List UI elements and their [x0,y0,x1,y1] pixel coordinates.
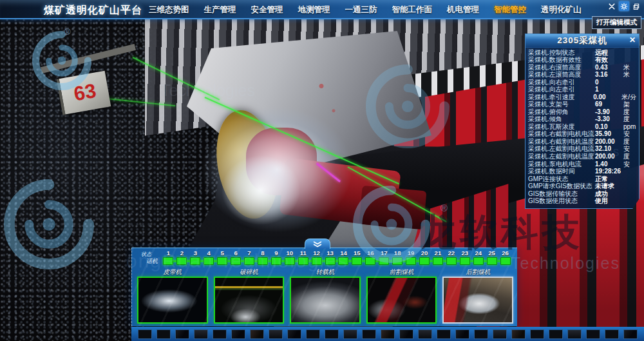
chevron-double-down-icon [312,241,323,248]
unit-19[interactable]: 19 [404,249,418,268]
unit-status-led [379,257,389,265]
filmstrip-tile[interactable] [455,329,469,339]
unit-16[interactable]: 16 [364,249,377,268]
filmstrip-tile[interactable] [511,329,526,339]
nav-item-5[interactable]: 一通三防 [345,5,377,15]
unit-23[interactable]: 23 [458,249,471,268]
telemetry-label: 采煤机.向右牵引 [528,79,595,86]
filmstrip-tile[interactable] [623,329,638,339]
unit-22[interactable]: 22 [444,249,458,268]
unit-11[interactable]: 11 [296,249,310,268]
unit-number: 10 [286,249,293,257]
filmstrip-tile[interactable] [250,329,264,339]
unit-17[interactable]: 17 [377,249,391,268]
nav-item-1[interactable]: 三维态势图 [149,5,189,15]
unit-7[interactable]: 7 [243,249,256,268]
telemetry-row: 采煤机.右截割电机温度200.00度 [528,139,636,145]
camera-thumbnail[interactable] [442,277,513,324]
filmstrip-tile[interactable] [138,329,152,339]
camera-filmstrip[interactable] [131,327,644,341]
telemetry-value: 成功 [595,191,623,197]
unit-13[interactable]: 13 [323,249,337,268]
unit-10[interactable]: 10 [283,249,296,268]
telemetry-row: 采煤机.倾角-3.30度 [528,116,636,122]
filmstrip-tile[interactable] [325,329,339,339]
filmstrip-tile[interactable] [231,329,245,339]
camera-thumbnail[interactable] [290,277,361,324]
unit-12[interactable]: 12 [310,249,323,268]
nav-item-6[interactable]: 智能工作面 [392,5,433,15]
filmstrip-tile[interactable] [586,329,600,339]
nav-item-7[interactable]: 机电管理 [447,5,479,15]
unit-18[interactable]: 18 [391,249,404,268]
telemetry-row: 采煤机.支架号69架 [528,101,636,108]
tools-icon[interactable] [607,1,617,11]
nav-item-8[interactable]: 智能管控 [494,5,526,15]
telemetry-value: 1.40 [595,161,623,168]
filmstrip-tile[interactable] [306,329,320,339]
unit-21[interactable]: 21 [431,249,444,268]
unit-3[interactable]: 3 [189,249,202,268]
filmstrip-tile[interactable] [399,329,413,339]
telemetry-unit: 度 [623,116,636,122]
filmstrip-tile[interactable] [194,329,208,339]
unit-4[interactable]: 4 [202,249,216,268]
filmstrip-tile[interactable] [605,329,619,339]
filmstrip-tile[interactable] [493,329,507,339]
filmstrip-tile[interactable] [213,329,227,339]
telemetry-row: 采煤机.瓦斯浓度0.10ppm [528,124,636,130]
unit-25[interactable]: 25 [485,249,498,268]
telemetry-value: -3.90 [595,109,623,115]
unit-number: 7 [247,249,251,257]
filmstrip-tile[interactable] [418,329,432,339]
unit-8[interactable]: 8 [256,249,269,268]
unit-indicator-strip: 1234567891011121314151617181920212223242… [162,249,512,268]
nav-item-4[interactable]: 地测管理 [298,5,330,15]
filmstrip-tile[interactable] [381,329,395,339]
gear-icon[interactable] [619,1,629,11]
collapse-panel-button[interactable] [305,239,330,249]
open-edit-mode-button[interactable]: 打开编辑模式 [592,16,641,29]
filmstrip-tile[interactable] [474,329,488,339]
filmstrip-tile[interactable] [362,329,376,339]
filmstrip-tile[interactable] [269,329,283,339]
nav-item-3[interactable]: 安全管理 [251,5,283,15]
telemetry-value: 正常 [595,176,623,182]
filmstrip-tile[interactable] [530,329,544,339]
camera-thumbnail[interactable] [366,277,437,324]
unit-number: 19 [408,249,415,257]
filmstrip-tile[interactable] [549,329,563,339]
unit-status-led [204,257,214,265]
filmstrip-tile[interactable] [343,329,357,339]
camera-thumbnail[interactable] [214,277,285,324]
filmstrip-tile[interactable] [156,329,171,339]
telemetry-row: 采煤机.左截割电机温度200.00度 [528,153,636,160]
unit-14[interactable]: 14 [337,249,350,268]
camera-front: 前割煤机 [366,268,437,324]
unit-2[interactable]: 2 [175,249,189,268]
camera-label: 皮带机 [137,268,208,277]
unit-5[interactable]: 5 [216,249,229,268]
filmstrip-tile[interactable] [175,329,189,339]
filmstrip-tile[interactable] [287,329,301,339]
close-icon[interactable]: ✕ [629,35,636,44]
unit-26[interactable]: 26 [498,249,512,268]
nav-item-2[interactable]: 生产管理 [204,5,236,15]
telemetry-value: 0 [595,79,623,86]
unit-15[interactable]: 15 [350,249,364,268]
unit-6[interactable]: 6 [229,249,243,268]
unit-status-led [473,257,484,265]
filmstrip-tile[interactable] [437,329,451,339]
camera-thumbnail[interactable] [137,277,208,324]
filmstrip-tile[interactable] [567,329,582,339]
unit-9[interactable]: 9 [269,249,283,268]
unit-status-led [285,257,295,265]
nav-item-9[interactable]: 透明化矿山 [541,5,582,15]
unit-number: 20 [421,249,428,257]
unit-20[interactable]: 20 [418,249,431,268]
restore-window-icon[interactable] [631,1,641,11]
unit-24[interactable]: 24 [471,249,485,268]
unit-1[interactable]: 1 [162,249,175,268]
unit-status-led [231,257,241,265]
unit-number: 22 [448,249,455,257]
